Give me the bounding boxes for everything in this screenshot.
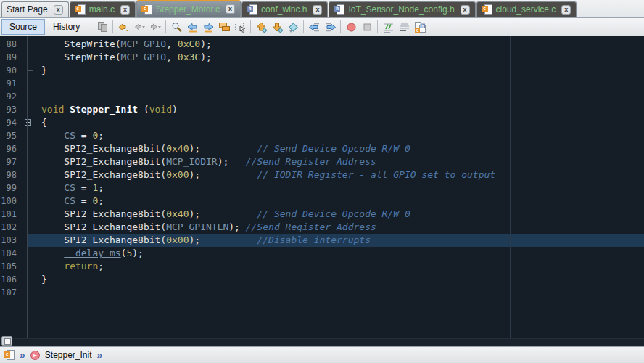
tab-label: Stepper_Motor.c [156,4,220,15]
line-number[interactable]: 91 [0,77,22,90]
line-number[interactable]: 104 [0,247,22,260]
source-view-button[interactable]: Source [1,19,45,35]
find-previous-occurrence-button[interactable] [184,19,200,35]
line-number[interactable]: 88 [0,38,22,51]
code-line-91[interactable]: 91 [0,77,644,90]
gutter-separator [27,36,28,338]
navigate-back-icon [133,21,146,33]
fold-mid-marker [22,38,37,51]
line-number[interactable]: 101 [0,208,22,221]
shift-line-right-button[interactable] [322,19,338,35]
find-icon [170,21,183,33]
tab-bar: Start Pagexcmain.cxcStepper_Motor.cxhcon… [0,0,644,18]
code-editor[interactable]: 88 StepWrite(MCP_GPIO, 0xC0);89 StepWrit… [0,36,644,346]
next-bookmark-button[interactable] [269,19,285,35]
fold-mid-marker [22,51,37,64]
tab-start-page[interactable]: Start Pagex [1,1,69,17]
close-tab-icon[interactable]: x [461,5,470,15]
close-tab-icon[interactable]: x [120,5,130,15]
code-line-102[interactable]: 102 SPI2_Exchange8bit(MCP_GPINTEN); //Se… [0,221,644,234]
navigate-forward-button[interactable] [147,19,163,35]
code-line-103[interactable]: 103 SPI2_Exchange8bit(0x00); //Disable i… [0,234,644,247]
tab-iot-sensor-node-config-h[interactable]: hIoT_Sensor_Node_config.hx [329,1,475,17]
collapse-fold-icon[interactable] [25,119,31,126]
line-number[interactable]: 99 [0,182,22,195]
toggle-header-source-button[interactable]: hc [412,19,428,35]
stop-macro-recording-button[interactable] [359,19,375,35]
line-number[interactable]: 94 [0,116,22,129]
uncomment-icon [398,21,410,33]
find-button[interactable] [168,19,184,35]
editor-corner-icon[interactable] [1,336,12,346]
navigate-back-button[interactable] [131,19,147,35]
comment-button[interactable] [380,19,396,35]
code-line-93[interactable]: 93void Stepper_Init (void) [0,103,644,116]
uncomment-button[interactable] [396,19,412,35]
code-text: { [37,116,644,129]
line-number[interactable]: 95 [0,129,22,142]
toolbar-separator [112,20,113,33]
code-text [37,286,644,299]
code-line-99[interactable]: 99 CS = 1; [0,182,644,195]
history-view-button[interactable]: History [45,19,88,35]
line-number[interactable]: 100 [0,195,22,208]
code-text: CS = 0; [37,129,644,142]
fold-mid-marker [22,208,37,221]
toggle-rectangular-selection-button[interactable] [232,19,248,35]
last-edit-position-button[interactable] [115,19,131,35]
line-number[interactable]: 98 [0,168,22,182]
line-number[interactable]: 89 [0,51,22,64]
code-line-98[interactable]: 98 SPI2_Exchange8bit(0x00); // IODIR Reg… [0,168,644,182]
code-line-97[interactable]: 97 SPI2_Exchange8bit(MCP_IODIR); //Send … [0,155,644,168]
line-number[interactable]: 92 [0,90,22,103]
line-number[interactable]: 97 [0,155,22,168]
line-number[interactable]: 93 [0,103,22,116]
tab-cloud-service-c[interactable]: ccloud_service.cx [476,1,577,17]
tab-main-c[interactable]: cmain.cx [70,1,136,17]
tab-conf-winc-h[interactable]: hconf_winc.hx [242,1,328,17]
line-number[interactable]: 105 [0,260,22,273]
tab-stepper-motor-c[interactable]: cStepper_Motor.cx [136,0,241,17]
code-line-105[interactable]: 105 return; [0,260,644,273]
start-macro-recording-button[interactable] [343,19,359,35]
code-line-92[interactable]: 92 [0,90,644,103]
code-text: SPI2_Exchange8bit(0x00); // IODIR Regist… [37,168,644,182]
compare-document-icon [96,21,109,33]
code-line-90[interactable]: 90} [0,64,644,77]
line-number[interactable]: 102 [0,221,22,234]
comment-icon [382,21,395,33]
fold-mid-marker [22,182,37,195]
fold-mid-marker [22,247,37,260]
code-line-106[interactable]: 106} [0,273,644,286]
code-line-96[interactable]: 96 SPI2_Exchange8bit(0x40); // Send Devi… [0,142,644,155]
shift-line-left-button[interactable] [306,19,322,35]
line-number[interactable]: 96 [0,142,22,155]
previous-bookmark-button[interactable] [253,19,269,35]
close-tab-icon[interactable]: x [226,4,235,14]
line-number[interactable]: 107 [0,286,22,299]
code-line-88[interactable]: 88 StepWrite(MCP_GPIO, 0xC0); [0,38,644,51]
next-bookmark-icon [271,21,284,33]
line-number[interactable]: 106 [0,273,22,286]
code-line-104[interactable]: 104 __delay_ms(5); [0,247,644,260]
close-tab-icon[interactable]: x [54,5,63,15]
toggle-highlight-search-button[interactable] [216,19,232,35]
line-number[interactable]: 103 [0,234,22,247]
breadcrumb-function-name[interactable]: Stepper_Init [45,350,92,360]
code-text: SPI2_Exchange8bit(0x00); //Disable inter… [37,234,644,247]
line-number[interactable]: 90 [0,64,22,77]
close-tab-icon[interactable]: x [561,5,571,15]
find-next-occurrence-button[interactable] [200,19,216,35]
toggle-bookmark-button[interactable] [285,19,301,35]
code-line-107[interactable]: 107 [0,286,644,299]
code-line-89[interactable]: 89 StepWrite(MCP_GPIO, 0x3C); [0,51,644,64]
close-tab-icon[interactable]: x [313,5,322,15]
editor-toolbar: Source History hc [0,18,644,36]
code-text: } [37,64,644,77]
compare-document-button[interactable] [94,19,110,35]
code-line-95[interactable]: 95 CS = 0; [0,129,644,142]
horizontal-scrollbar[interactable] [0,338,644,346]
code-line-101[interactable]: 101 SPI2_Exchange8bit(0x40); // Send Dev… [0,208,644,221]
code-line-94[interactable]: 94{ [0,116,644,129]
code-line-100[interactable]: 100 CS = 0; [0,195,644,208]
